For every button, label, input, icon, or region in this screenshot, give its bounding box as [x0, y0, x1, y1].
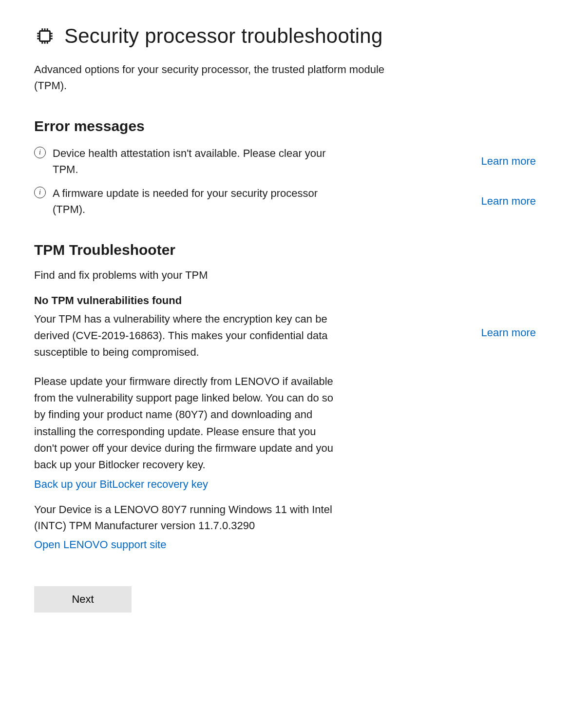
device-info-text: Your Device is a LENOVO 80Y7 running Win…: [34, 501, 336, 534]
tpm-vulnerability-block: Your TPM has a vulnerability where the e…: [34, 311, 536, 361]
chip-icon: [34, 25, 56, 47]
next-button[interactable]: Next: [34, 586, 132, 613]
tpm-status-heading: No TPM vulnerabilities found: [34, 294, 536, 307]
error-message: Device health attestation isn't availabl…: [53, 145, 340, 177]
firmware-update-text: Please update your firmware directly fro…: [34, 373, 336, 473]
error-row: i Device health attestation isn't availa…: [34, 145, 536, 177]
tpm-troubleshooter-subtitle: Find and fix problems with your TPM: [34, 269, 536, 282]
info-icon: i: [34, 187, 46, 198]
page-title: Security processor troubleshooting: [64, 24, 382, 48]
svg-rect-0: [40, 31, 50, 41]
backup-bitlocker-link[interactable]: Back up your BitLocker recovery key: [34, 478, 208, 491]
page-header: Security processor troubleshooting: [34, 24, 536, 48]
error-message: A firmware update is needed for your sec…: [53, 185, 340, 217]
info-icon: i: [34, 147, 46, 158]
learn-more-link[interactable]: Learn more: [481, 155, 536, 168]
learn-more-link[interactable]: Learn more: [481, 195, 536, 208]
error-list: i Device health attestation isn't availa…: [34, 145, 536, 217]
tpm-vulnerability-text: Your TPM has a vulnerability where the e…: [34, 311, 341, 361]
open-support-link[interactable]: Open LENOVO support site: [34, 538, 166, 551]
error-messages-heading: Error messages: [34, 118, 536, 134]
learn-more-link[interactable]: Learn more: [481, 326, 536, 339]
page-subtitle: Advanced options for your security proce…: [34, 61, 414, 94]
error-row: i A firmware update is needed for your s…: [34, 185, 536, 217]
tpm-troubleshooter-heading: TPM Troubleshooter: [34, 242, 536, 258]
